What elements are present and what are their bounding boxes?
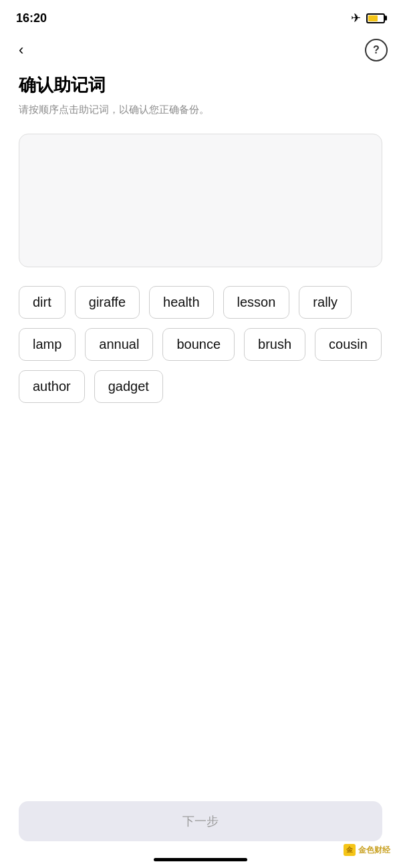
- status-icons: ✈: [351, 11, 385, 25]
- watermark: 金 金色财经: [344, 844, 390, 856]
- watermark-icon: 金: [344, 844, 356, 856]
- watermark-text: 金色财经: [358, 845, 390, 856]
- home-indicator: [154, 858, 247, 861]
- word-chip-gadget[interactable]: gadget: [94, 370, 163, 403]
- word-chip-lamp[interactable]: lamp: [19, 328, 76, 361]
- word-chip-author[interactable]: author: [19, 370, 85, 403]
- selection-area: [19, 134, 382, 267]
- airplane-icon: ✈: [351, 11, 361, 25]
- word-grid: dirtgiraffehealthlessonrallylampannualbo…: [0, 286, 401, 403]
- next-button[interactable]: 下一步: [19, 801, 382, 841]
- word-chip-lesson[interactable]: lesson: [223, 286, 290, 319]
- word-chip-brush[interactable]: brush: [244, 328, 305, 361]
- word-chip-rally[interactable]: rally: [299, 286, 352, 319]
- help-button[interactable]: ?: [365, 39, 388, 61]
- battery-icon: [366, 13, 385, 23]
- page-title: 确认助记词: [19, 74, 382, 97]
- back-button[interactable]: ‹: [13, 39, 29, 61]
- nav-bar: ‹ ?: [0, 33, 401, 67]
- status-bar: 16:20 ✈: [0, 0, 401, 33]
- battery-fill: [368, 15, 378, 21]
- word-chip-dirt[interactable]: dirt: [19, 286, 65, 319]
- word-chip-annual[interactable]: annual: [85, 328, 153, 361]
- page-subtitle: 请按顺序点击助记词，以确认您正确备份。: [19, 102, 382, 118]
- bottom-area: 下一步: [0, 801, 401, 841]
- word-chip-health[interactable]: health: [149, 286, 214, 319]
- status-time: 16:20: [16, 11, 47, 25]
- page-content: 确认助记词 请按顺序点击助记词，以确认您正确备份。: [0, 67, 401, 267]
- word-chip-giraffe[interactable]: giraffe: [75, 286, 140, 319]
- word-chip-cousin[interactable]: cousin: [315, 328, 382, 361]
- word-chip-bounce[interactable]: bounce: [162, 328, 235, 361]
